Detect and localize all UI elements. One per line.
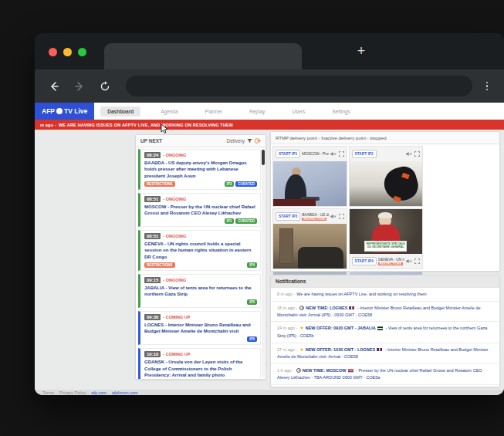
- schedule-item[interactable]: 10:10 - COMING UP GDANSK - Ursula von de…: [138, 348, 261, 379]
- new-tab-button[interactable]: +: [353, 42, 370, 59]
- rtmp-title: RTMP delivery point - Inactive delivery …: [276, 136, 387, 140]
- notification-row[interactable]: 16 m ago -NEW TIME: LOGNES - Interior Mi…: [271, 302, 499, 323]
- start-stream-button[interactable]: START IP4: [352, 257, 377, 265]
- browser-menu-icon[interactable]: [482, 82, 492, 91]
- notification-row[interactable]: 1 h ago -NEW OFFER: 0800 GMT - AL-ZAWAYD…: [271, 385, 499, 387]
- mute-speaker-icon[interactable]: [330, 151, 337, 157]
- video-thumbnail[interactable]: REPRESENTANTE SPECIALE DU SECRETAIRE GEN…: [350, 209, 423, 254]
- schedule-status: - COMING UP: [163, 315, 190, 319]
- mute-speaker-icon[interactable]: [406, 259, 412, 264]
- afp-tv-live-logo[interactable]: AFP TV Live: [35, 103, 94, 120]
- schedule-time-badge: 08:51: [144, 196, 161, 202]
- schedule-time-badge: 08:24: [144, 152, 161, 158]
- fullscreen-icon[interactable]: [339, 151, 344, 157]
- notification-time: 27 m ago -: [277, 347, 297, 352]
- nav-tab[interactable]: Dashboard: [100, 106, 140, 117]
- schedule-item[interactable]: 09:30 - COMING UP LOGNES - Interior Mini…: [138, 311, 261, 345]
- schedule-time-badge: 08:51: [144, 233, 161, 239]
- schedule-item[interactable]: 08:51 - ONGOING MOSCOW - Presser by the …: [138, 193, 261, 227]
- fullscreen-icon[interactable]: [414, 259, 420, 264]
- start-stream-button[interactable]: START IP2: [352, 150, 377, 158]
- country-flag-icon: [348, 369, 353, 373]
- reload-button[interactable]: [97, 79, 113, 94]
- restrictions-badge: RESTRICTIONS: [144, 262, 175, 268]
- video-tile-title: GENEVA - UN rights cou...: [378, 258, 404, 262]
- schedule-time-badge: 09:15: [144, 277, 161, 283]
- schedule-status: - ONGOING: [163, 197, 186, 201]
- browser-tab[interactable]: [104, 43, 302, 69]
- notification-row[interactable]: 8 m ago -We are having issues on AFPTV L…: [271, 288, 499, 302]
- tv-live-logo-text: TV Live: [64, 107, 87, 115]
- browser-titlebar: +: [35, 33, 504, 69]
- footer-link[interactable]: Terms .: [42, 390, 56, 395]
- sculpture-silhouette: [381, 164, 422, 204]
- notification-row[interactable]: 24 m ago -NEW OFFER: 0920 GMT - JABALIA …: [271, 322, 499, 343]
- restrictions-badge: RESTRICTIONS: [378, 262, 403, 265]
- detach-panel-icon[interactable]: [255, 138, 261, 144]
- footer-link[interactable]: Privacy Policy .: [59, 390, 88, 395]
- video-tile-title: MOSCOW - Presser by t...: [302, 152, 328, 156]
- schedule-item[interactable]: 09:15 - ONGOING JABALIA - View of tents …: [138, 274, 261, 308]
- alert-time: m ago -: [40, 123, 56, 127]
- schedule-item[interactable]: 08:24 - ONGOING BAABDA - US deputy envoy…: [138, 149, 261, 190]
- maximize-window-button[interactable]: [78, 48, 86, 56]
- up-next-list: 08:24 - ONGOING BAABDA - US deputy envoy…: [136, 147, 266, 379]
- notifications-panel: Notifications 8 m ago -We are having iss…: [270, 275, 500, 387]
- mute-speaker-icon[interactable]: [406, 151, 412, 157]
- mouse-cursor: [161, 123, 168, 134]
- video-thumbnail[interactable]: [273, 224, 347, 269]
- delivery-filter-icon[interactable]: [247, 138, 252, 144]
- country-flag-icon: [377, 326, 383, 330]
- notification-row[interactable]: 1 h ago -NEW TIME: MOSCOW - Presser by t…: [271, 364, 499, 385]
- video-thumbnail[interactable]: [350, 161, 423, 206]
- country-flag-icon: [349, 306, 354, 310]
- close-window-button[interactable]: [49, 48, 57, 56]
- mute-speaker-icon[interactable]: [330, 214, 337, 219]
- start-stream-button[interactable]: START IP3: [276, 212, 300, 221]
- notification-headline: NEW TIME: LOGNES: [306, 306, 347, 310]
- start-stream-button[interactable]: START IP1: [276, 150, 300, 158]
- scrollbar-thumb[interactable]: [262, 150, 265, 165]
- notification-type-icon: [299, 325, 303, 333]
- delivery-badge: IP1: [225, 218, 235, 224]
- delivery-label: Delivery: [227, 138, 245, 144]
- browser-toolbar: [35, 69, 504, 103]
- schedule-item[interactable]: 08:51 - ONGOING GENEVA - UN rights counc…: [138, 230, 261, 271]
- fullscreen-icon[interactable]: [414, 151, 420, 157]
- up-next-panel: UP NEXT Delivery 08:24: [135, 134, 266, 380]
- video-tile: START IP1 MOSCOW - Presser by t...: [272, 146, 347, 207]
- video-tile-bar: START IP4 GENEVA - UN rights cou... REST…: [350, 254, 423, 269]
- address-bar[interactable]: [126, 76, 472, 96]
- afp-globe-icon: [56, 108, 63, 114]
- nav-tab[interactable]: Users: [285, 106, 312, 117]
- rtmp-header: RTMP delivery point - Inactive delivery …: [271, 132, 499, 144]
- video-thumbnail[interactable]: [273, 161, 347, 206]
- video-tile: START IP3 BAABDA - US deputy en... RESTR…: [272, 208, 347, 269]
- notification-type-icon: [299, 346, 303, 354]
- up-next-header: UP NEXT Delivery: [136, 135, 266, 147]
- notification-row[interactable]: 27 m ago -NEW OFFER: 1030 GMT - LOGNES -…: [271, 343, 499, 364]
- fullscreen-icon[interactable]: [339, 214, 344, 219]
- schedule-badges: RESTRICTIONS IP4: [144, 262, 257, 268]
- page-footer: Terms . Privacy Policy . afp.com . afpfo…: [35, 390, 504, 395]
- nav-tab[interactable]: Agenda: [154, 106, 184, 117]
- restrictions-badge: RESTRICTIONS: [144, 181, 175, 187]
- delivery-badge: IP4: [247, 262, 257, 268]
- footer-link[interactable]: afp.com .: [91, 390, 109, 395]
- rtmp-panel: RTMP delivery point - Inactive delivery …: [270, 131, 500, 272]
- browser-window: + AFP TV Live Dashboard Agenda: [35, 33, 504, 395]
- delivery-badge: IP3: [225, 181, 235, 187]
- scrollbar[interactable]: [262, 149, 265, 377]
- notification-headline: NEW OFFER: 1030 GMT - LOGNES: [306, 347, 375, 352]
- nav-tab[interactable]: Planner: [198, 106, 229, 117]
- country-flag-icon: [377, 348, 382, 352]
- minimize-window-button[interactable]: [63, 48, 72, 56]
- schedule-title: LOGNES - Interior Minister Bruno Retaill…: [144, 322, 257, 335]
- forward-button[interactable]: [72, 79, 87, 94]
- video-tile-bar: START IP3 BAABDA - US deputy en... RESTR…: [273, 209, 347, 224]
- back-button[interactable]: [46, 79, 62, 94]
- nav-tab[interactable]: Replay: [242, 106, 272, 117]
- nav-tab[interactable]: Settings: [325, 106, 357, 117]
- footer-link[interactable]: afpforum.com: [112, 390, 138, 395]
- notification-time: 16 m ago -: [277, 306, 297, 310]
